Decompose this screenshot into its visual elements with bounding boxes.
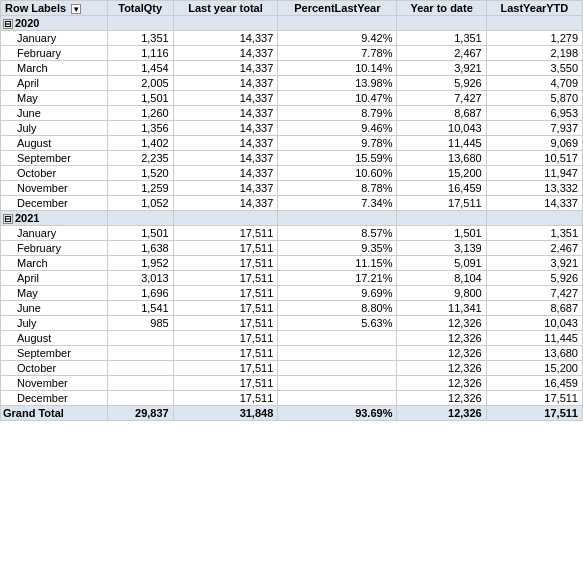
- pivot-table: Row Labels ▼ TotalQty Last year total Pe…: [0, 0, 583, 421]
- col-percent-last-year: PercentLastYear: [278, 1, 397, 16]
- cell-last-year-total: 14,337: [173, 121, 278, 136]
- row-label: November: [1, 181, 108, 196]
- row-label: June: [1, 301, 108, 316]
- table-row: December 17,511 12,326 17,511: [1, 391, 583, 406]
- cell-last-year-total: 14,337: [173, 136, 278, 151]
- group-year-label: ⊟2021: [1, 211, 108, 226]
- cell-total-qty: 985: [107, 316, 173, 331]
- cell-year-to-date: 5,926: [397, 76, 486, 91]
- row-label: December: [1, 196, 108, 211]
- cell-total-qty: 1,952: [107, 256, 173, 271]
- group-percent-last-year: [278, 211, 397, 226]
- col-row-labels[interactable]: Row Labels ▼: [1, 1, 108, 16]
- cell-year-to-date: 10,043: [397, 121, 486, 136]
- cell-year-to-date: 11,445: [397, 136, 486, 151]
- table-row: October 1,520 14,337 10.60% 15,200 11,94…: [1, 166, 583, 181]
- cell-last-year-total: 14,337: [173, 166, 278, 181]
- table-row: January 1,351 14,337 9.42% 1,351 1,279: [1, 31, 583, 46]
- cell-last-year-ytd: 10,043: [486, 316, 582, 331]
- row-label: May: [1, 91, 108, 106]
- collapse-icon[interactable]: ⊟: [3, 19, 13, 29]
- cell-last-year-total: 17,511: [173, 286, 278, 301]
- cell-year-to-date: 3,139: [397, 241, 486, 256]
- cell-percent-last-year: [278, 331, 397, 346]
- table-row: April 3,013 17,511 17.21% 8,104 5,926: [1, 271, 583, 286]
- cell-year-to-date: 12,326: [397, 331, 486, 346]
- row-label: January: [1, 31, 108, 46]
- cell-total-qty: 1,356: [107, 121, 173, 136]
- cell-year-to-date: 12,326: [397, 391, 486, 406]
- cell-year-to-date: 13,680: [397, 151, 486, 166]
- table-row: July 985 17,511 5.63% 12,326 10,043: [1, 316, 583, 331]
- cell-last-year-ytd: 8,687: [486, 301, 582, 316]
- cell-year-to-date: 16,459: [397, 181, 486, 196]
- group-last-year-total: [173, 211, 278, 226]
- cell-percent-last-year: 8.78%: [278, 181, 397, 196]
- cell-percent-last-year: 8.57%: [278, 226, 397, 241]
- cell-last-year-ytd: 16,459: [486, 376, 582, 391]
- cell-last-year-total: 17,511: [173, 316, 278, 331]
- cell-last-year-total: 17,511: [173, 346, 278, 361]
- row-label: October: [1, 361, 108, 376]
- cell-percent-last-year: 7.78%: [278, 46, 397, 61]
- cell-year-to-date: 12,326: [397, 376, 486, 391]
- filter-icon[interactable]: ▼: [71, 4, 81, 14]
- grand-total-ytd: 12,326: [397, 406, 486, 421]
- grand-total-row: Grand Total 29,837 31,848 93.69% 12,326 …: [1, 406, 583, 421]
- cell-last-year-total: 17,511: [173, 271, 278, 286]
- table-row: May 1,696 17,511 9.69% 9,800 7,427: [1, 286, 583, 301]
- col-row-labels-text: Row Labels: [5, 2, 66, 14]
- table-row: January 1,501 17,511 8.57% 1,501 1,351: [1, 226, 583, 241]
- cell-year-to-date: 3,921: [397, 61, 486, 76]
- table-row: June 1,541 17,511 8.80% 11,341 8,687: [1, 301, 583, 316]
- row-label: November: [1, 376, 108, 391]
- group-last-year-ytd: [486, 211, 582, 226]
- cell-total-qty: 1,501: [107, 226, 173, 241]
- cell-last-year-ytd: 3,921: [486, 256, 582, 271]
- cell-percent-last-year: 11.15%: [278, 256, 397, 271]
- collapse-icon[interactable]: ⊟: [3, 214, 13, 224]
- row-label: September: [1, 346, 108, 361]
- grand-total-percent: 93.69%: [278, 406, 397, 421]
- table-row: December 1,052 14,337 7.34% 17,511 14,33…: [1, 196, 583, 211]
- cell-total-qty: [107, 391, 173, 406]
- cell-percent-last-year: 9.35%: [278, 241, 397, 256]
- row-label: July: [1, 316, 108, 331]
- cell-last-year-ytd: 13,332: [486, 181, 582, 196]
- cell-total-qty: 1,501: [107, 91, 173, 106]
- cell-percent-last-year: 5.63%: [278, 316, 397, 331]
- table-row: September 2,235 14,337 15.59% 13,680 10,…: [1, 151, 583, 166]
- table-row: March 1,454 14,337 10.14% 3,921 3,550: [1, 61, 583, 76]
- cell-last-year-ytd: 6,953: [486, 106, 582, 121]
- row-label: September: [1, 151, 108, 166]
- cell-last-year-total: 14,337: [173, 61, 278, 76]
- table-row: March 1,952 17,511 11.15% 5,091 3,921: [1, 256, 583, 271]
- cell-percent-last-year: 9.78%: [278, 136, 397, 151]
- cell-last-year-total: 17,511: [173, 256, 278, 271]
- group-header-row: ⊟2020: [1, 16, 583, 31]
- row-label: March: [1, 256, 108, 271]
- cell-year-to-date: 17,511: [397, 196, 486, 211]
- cell-percent-last-year: 8.80%: [278, 301, 397, 316]
- cell-total-qty: 2,235: [107, 151, 173, 166]
- group-last-year-total: [173, 16, 278, 31]
- grand-total-qty: 29,837: [107, 406, 173, 421]
- cell-total-qty: 1,260: [107, 106, 173, 121]
- row-label: August: [1, 331, 108, 346]
- cell-total-qty: 3,013: [107, 271, 173, 286]
- cell-last-year-total: 14,337: [173, 181, 278, 196]
- cell-last-year-ytd: 5,926: [486, 271, 582, 286]
- group-year-to-date: [397, 16, 486, 31]
- row-label: August: [1, 136, 108, 151]
- cell-year-to-date: 8,104: [397, 271, 486, 286]
- cell-last-year-ytd: 7,937: [486, 121, 582, 136]
- cell-last-year-total: 14,337: [173, 91, 278, 106]
- cell-last-year-total: 17,511: [173, 376, 278, 391]
- table-row: February 1,638 17,511 9.35% 3,139 2,467: [1, 241, 583, 256]
- grand-total-last-ytd: 17,511: [486, 406, 582, 421]
- cell-total-qty: 1,259: [107, 181, 173, 196]
- cell-total-qty: 1,116: [107, 46, 173, 61]
- cell-year-to-date: 15,200: [397, 166, 486, 181]
- cell-last-year-ytd: 4,709: [486, 76, 582, 91]
- cell-percent-last-year: 8.79%: [278, 106, 397, 121]
